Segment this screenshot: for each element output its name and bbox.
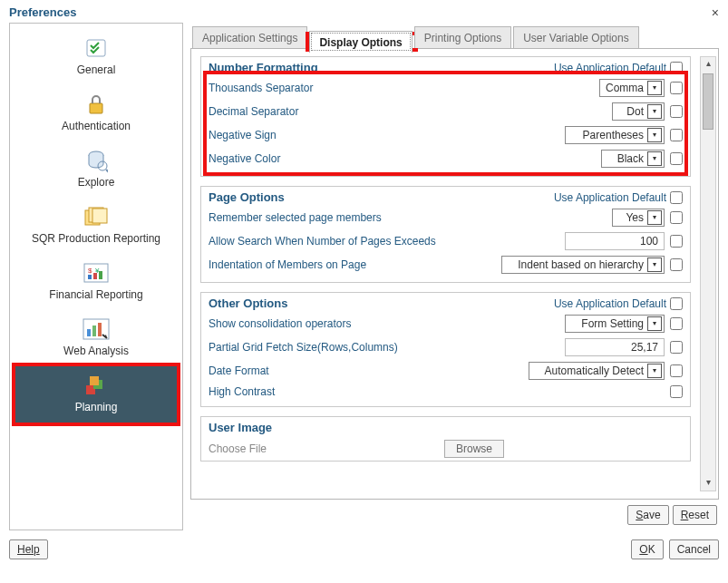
sidebar-item-financial-reporting[interactable]: $¥ Financial Reporting [10,254,182,310]
allow-search-input[interactable] [565,232,665,250]
general-icon [14,34,179,62]
partial-grid-fetch-label: Partial Grid Fetch Size(Rows,Columns) [209,341,398,354]
date-format-override-checkbox[interactable] [670,364,683,377]
choose-file-label: Choose File [209,442,267,455]
section-title: Page Options [209,190,285,204]
tab-user-variable-options[interactable]: User Variable Options [513,26,639,48]
explore-icon [14,147,179,174]
use-default-label: Use Application Default [554,297,666,310]
use-default-label: Use Application Default [554,62,666,74]
dialog-title: Preferences [9,5,76,19]
svg-rect-11 [88,275,92,279]
chevron-down-icon: ▾ [647,210,662,225]
tab-application-settings[interactable]: Application Settings [192,26,307,48]
chevron-down-icon: ▾ [647,257,662,272]
sidebar-item-label: Planning [19,401,173,413]
svg-rect-1 [90,103,102,113]
sidebar-item-label: General [14,63,179,76]
decimal-separator-label: Decimal Separator [209,105,298,118]
sidebar: General Authentication Explore SQR Produ… [9,23,183,530]
help-button[interactable]: Help [9,539,48,559]
scroll-up-icon[interactable]: ▴ [701,57,715,72]
sidebar-item-general[interactable]: General [10,29,182,85]
decimal-separator-override-checkbox[interactable] [670,105,683,118]
content-pane: Number Formatting Use Application Defaul… [190,49,719,500]
sidebar-item-label: Explore [14,176,179,189]
planning-icon [19,372,173,399]
thousands-separator-select[interactable]: Comma ▾ [599,79,665,97]
highlight-tab: Display Options [309,35,413,48]
titlebar: Preferences × [0,0,728,23]
lock-icon [14,91,179,118]
negative-sign-select[interactable]: Parentheses ▾ [565,126,665,144]
sqr-icon [14,203,179,230]
chevron-down-icon: ▾ [647,151,662,166]
save-button[interactable]: Save [627,505,668,525]
svg-line-4 [106,170,108,172]
svg-text:$: $ [88,267,92,275]
highlight-number-formatting-controls: Thousands Separator Comma ▾ [209,76,683,170]
section-title: Number Formatting [209,61,318,74]
sidebar-item-web-analysis[interactable]: Web Analysis [10,310,182,366]
negative-color-label: Negative Color [209,152,280,165]
sidebar-item-explore[interactable]: Explore [10,141,182,198]
scroll-down-icon[interactable]: ▾ [701,476,715,491]
high-contrast-label: High Contrast [209,385,275,398]
svg-rect-13 [99,271,102,279]
section-number-formatting: Number Formatting Use Application Defaul… [200,56,691,177]
section-other-options: Other Options Use Application Default Sh… [200,292,691,407]
sidebar-item-authentication[interactable]: Authentication [10,85,182,141]
svg-rect-21 [90,376,99,385]
remember-page-members-select[interactable]: Yes ▾ [612,209,665,227]
browse-button[interactable]: Browse [444,440,504,458]
tab-printing-options[interactable]: Printing Options [414,26,511,48]
consolidation-operators-override-checkbox[interactable] [670,317,683,330]
svg-rect-7 [92,209,107,223]
indentation-override-checkbox[interactable] [670,258,683,271]
indentation-label: Indentation of Members on Page [209,258,366,271]
date-format-select[interactable]: Automatically Detect ▾ [529,362,665,380]
use-default-label: Use Application Default [554,191,666,204]
remember-page-members-label: Remember selected page members [209,211,382,224]
allow-search-override-checkbox[interactable] [670,235,683,248]
use-default-page-options-checkbox[interactable] [670,191,683,204]
use-default-number-formatting-checkbox[interactable] [670,62,683,74]
partial-grid-fetch-input[interactable] [565,338,665,356]
finrep-icon: $¥ [14,259,179,287]
negative-sign-label: Negative Sign [209,129,277,141]
cancel-button[interactable]: Cancel [669,539,719,559]
sidebar-item-sqr-production-reporting[interactable]: SQR Production Reporting [10,198,182,254]
close-icon[interactable]: × [712,6,719,19]
decimal-separator-select[interactable]: Dot ▾ [612,102,665,121]
negative-color-override-checkbox[interactable] [670,152,683,165]
high-contrast-checkbox[interactable] [670,385,683,398]
ok-button[interactable]: OK [631,539,663,559]
thousands-separator-override-checkbox[interactable] [670,82,683,94]
sidebar-item-planning[interactable]: Planning [15,366,177,423]
preferences-dialog: Preferences × General Authentication [0,0,728,583]
partial-grid-fetch-override-checkbox[interactable] [670,341,683,354]
sidebar-item-label: Financial Reporting [14,288,179,301]
allow-search-label: Allow Search When Number of Pages Exceed… [209,235,436,248]
section-user-image: User Image Choose File Browse [200,416,691,462]
sidebar-item-label: Authentication [14,120,179,132]
svg-rect-16 [92,326,96,336]
svg-rect-15 [87,329,91,336]
scrollbar[interactable]: ▴ ▾ [700,56,716,491]
section-title: Other Options [209,296,287,310]
consolidation-operators-select[interactable]: Form Setting ▾ [565,315,665,333]
section-page-options: Page Options Use Application Default Rem… [200,186,691,283]
sidebar-item-label: Web Analysis [14,345,179,357]
remember-page-members-override-checkbox[interactable] [670,211,683,224]
negative-sign-override-checkbox[interactable] [670,129,683,141]
chevron-down-icon: ▾ [647,364,662,378]
svg-rect-0 [87,40,105,56]
svg-rect-17 [98,323,102,336]
reset-button[interactable]: Reset [673,505,717,525]
thousands-separator-label: Thousands Separator [209,82,313,94]
use-default-other-options-checkbox[interactable] [670,297,683,310]
negative-color-select[interactable]: Black ▾ [601,150,665,168]
date-format-label: Date Format [209,364,269,377]
indentation-select[interactable]: Indent based on hierarchy ▾ [501,256,665,274]
scroll-thumb[interactable] [703,73,713,130]
